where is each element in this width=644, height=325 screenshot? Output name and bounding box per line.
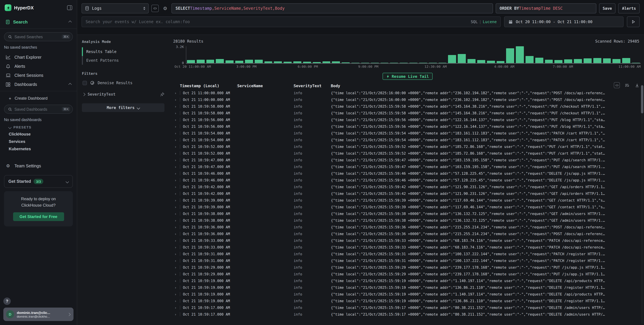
log-table-row[interactable]: › Oct 21 10:59:39.000 AM info {"time_loc… (171, 204, 644, 210)
denoise-checkbox[interactable] (82, 81, 87, 85)
expand-row-chevron-icon[interactable]: › (171, 165, 180, 169)
log-table-row[interactable]: › Oct 21 11:00:00.000 AM info {"time_loc… (171, 96, 644, 103)
expand-row-chevron-icon[interactable]: › (171, 286, 180, 289)
expand-row-chevron-icon[interactable]: › (171, 239, 180, 242)
chart-bar[interactable] (303, 62, 311, 63)
chart-bar[interactable] (245, 60, 253, 63)
chart-bar[interactable] (574, 59, 582, 63)
expand-row-chevron-icon[interactable]: › (171, 299, 180, 303)
log-table-row[interactable]: › Oct 21 10:59:58.000 AM info {"time_loc… (171, 110, 644, 116)
column-resize-handle[interactable]: ⋮ (292, 84, 294, 88)
alerts-button[interactable]: Alerts (618, 3, 640, 13)
expand-row-chevron-icon[interactable]: › (171, 145, 180, 148)
log-table-row[interactable]: › Oct 21 10:59:56.000 AM info {"time_loc… (171, 123, 644, 130)
chart-bar[interactable] (274, 61, 282, 63)
log-table-row[interactable]: › Oct 21 10:59:54.000 AM info {"time_loc… (171, 136, 644, 143)
chart-bar[interactable] (468, 59, 476, 63)
column-resize-handle[interactable]: ⋮ (329, 84, 331, 88)
expand-row-chevron-icon[interactable]: › (171, 313, 180, 316)
log-table-row[interactable]: › Oct 21 10:59:19.000 AM info {"time_loc… (171, 291, 644, 298)
expand-row-chevron-icon[interactable]: › (171, 125, 180, 128)
chart-bar[interactable] (313, 62, 321, 63)
log-table-row[interactable]: › Oct 21 10:59:17.000 AM info {"time_loc… (171, 311, 644, 318)
date-range-picker[interactable]: Oct 20 11:00:00 - Oct 21 11:00:00 (504, 16, 624, 27)
chart-bar[interactable] (545, 60, 553, 63)
expand-row-chevron-icon[interactable]: › (171, 306, 180, 310)
expand-row-chevron-icon[interactable]: › (171, 272, 180, 276)
source-select[interactable]: Logs (82, 3, 149, 13)
chart-bar[interactable] (293, 61, 301, 63)
analysis-mode-event-patterns[interactable]: Event Patterns (82, 56, 164, 65)
chart-bar[interactable] (371, 63, 379, 63)
chart-bar[interactable] (506, 48, 514, 63)
chart-bar[interactable] (216, 59, 224, 63)
sidebar-item-client-sessions[interactable]: Client Sessions (0, 71, 77, 80)
chart-bar[interactable] (419, 63, 427, 63)
log-table-row[interactable]: › Oct 21 10:59:38.000 AM info {"time_loc… (171, 217, 644, 224)
expand-row-chevron-icon[interactable]: › (171, 91, 180, 95)
query-language-toggle[interactable]: SQL|Lucene (471, 19, 497, 24)
log-table-row[interactable]: › Oct 21 10:59:33.000 AM info {"time_loc… (171, 237, 644, 244)
chart-bar[interactable] (351, 63, 360, 63)
expand-row-chevron-icon[interactable]: › (171, 172, 180, 175)
log-table-row[interactable]: › Oct 21 10:59:33.000 AM info {"time_loc… (171, 244, 644, 251)
log-table-row[interactable]: › Oct 21 11:00:00.000 AM info {"time_loc… (171, 89, 644, 96)
sidebar-item-chart-explorer[interactable]: Chart Explorer (0, 53, 77, 62)
expand-row-chevron-icon[interactable]: › (171, 131, 180, 135)
log-table-row[interactable]: › Oct 21 10:59:29.000 AM info {"time_loc… (171, 271, 644, 277)
log-table-row[interactable]: › Oct 21 10:59:52.000 AM info {"time_loc… (171, 143, 644, 150)
chart-bar[interactable] (226, 60, 234, 63)
user-menu[interactable]: D dominic.tran@clic... dominic.tran@clic… (3, 308, 74, 321)
expand-row-chevron-icon[interactable]: › (171, 158, 180, 162)
log-table-row[interactable]: › Oct 21 10:59:46.000 AM info {"time_loc… (171, 177, 644, 183)
help-button[interactable]: ? (3, 298, 11, 305)
expand-row-chevron-icon[interactable]: › (171, 219, 180, 222)
expand-row-chevron-icon[interactable]: › (171, 232, 180, 236)
chart-bar[interactable] (400, 63, 408, 63)
chart-bar[interactable] (632, 63, 640, 63)
resume-live-tail-button[interactable]: Resume Live Tail (382, 73, 432, 80)
chart-bar[interactable] (593, 58, 602, 63)
column-header-servicename[interactable]: ServiceName (237, 83, 292, 88)
pin-icon[interactable] (160, 92, 164, 96)
chart-bar[interactable] (622, 58, 630, 63)
log-table-row[interactable]: › Oct 21 10:59:42.000 AM info {"time_loc… (171, 190, 644, 197)
expand-row-chevron-icon[interactable]: › (171, 185, 180, 189)
code-view-icon[interactable] (614, 82, 620, 88)
column-resize-handle[interactable]: ⋮ (235, 84, 237, 88)
chart-bar[interactable] (516, 46, 524, 63)
log-table-row[interactable]: › Oct 21 10:59:36.000 AM info {"time_loc… (171, 230, 644, 237)
select-expression-input[interactable]: SELECT Timestamp,ServiceName,SeverityTex… (172, 3, 493, 13)
log-table-row[interactable]: › Oct 21 10:59:31.000 AM info {"time_loc… (171, 251, 644, 257)
saved-searches-input[interactable]: Saved Searches ⌘K (4, 32, 73, 41)
sql-option[interactable]: SQL (471, 19, 478, 24)
chart-bar[interactable] (554, 60, 562, 63)
order-by-input[interactable]: ORDER BY TimestampTime DESC (496, 3, 596, 13)
scrollbar-thumb[interactable] (641, 85, 643, 113)
severity-filter-group[interactable]: SeverityText (82, 92, 164, 97)
expand-row-chevron-icon[interactable]: › (171, 252, 180, 256)
wrap-text-icon[interactable] (624, 82, 630, 88)
get-started-free-button[interactable]: Get Started for Free (13, 212, 64, 221)
log-table-row[interactable]: › Oct 21 10:59:56.000 AM info {"time_loc… (171, 116, 644, 123)
chart-bar[interactable] (390, 63, 398, 63)
lucene-option[interactable]: Lucene (483, 19, 497, 24)
log-table-row[interactable]: › Oct 21 10:59:29.000 AM info {"time_loc… (171, 264, 644, 271)
expand-row-chevron-icon[interactable]: › (171, 292, 180, 296)
chart-bar[interactable] (429, 63, 437, 63)
preset-item-clickhouse[interactable]: ClickHouse (0, 130, 77, 138)
expand-row-chevron-icon[interactable]: › (171, 225, 180, 229)
preset-item-kubernetes[interactable]: Kubernetes (0, 145, 77, 153)
chart-bar[interactable] (477, 60, 485, 63)
log-table-row[interactable]: › Oct 21 10:59:31.000 AM info {"time_loc… (171, 257, 644, 264)
expand-row-chevron-icon[interactable]: › (171, 178, 180, 182)
chart-bar[interactable] (235, 60, 243, 63)
log-table-row[interactable]: › Oct 21 10:59:47.000 AM info {"time_loc… (171, 157, 644, 163)
expand-row-chevron-icon[interactable]: › (171, 104, 180, 108)
chart-bar[interactable] (332, 61, 340, 63)
expand-row-chevron-icon[interactable]: › (171, 111, 180, 115)
log-table-row[interactable]: › Oct 21 10:59:17.000 AM info {"time_loc… (171, 304, 644, 311)
sidebar-item-alerts[interactable]: Alerts (0, 62, 77, 71)
sidebar-item-team-settings[interactable]: ⚙ Team Settings (0, 161, 77, 170)
table-scrollbar[interactable] (641, 85, 643, 324)
